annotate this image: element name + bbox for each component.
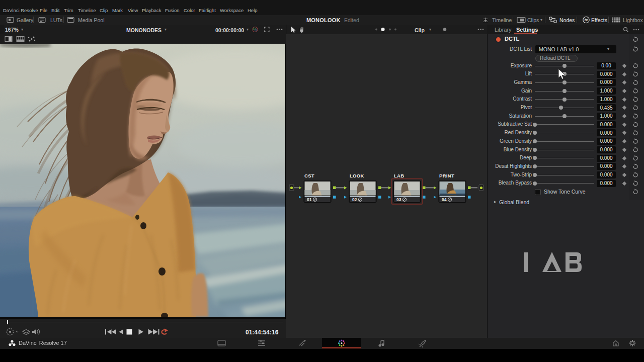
svg-text:01:44:54:16: 01:44:54:16: [246, 329, 279, 336]
svg-text:fx: fx: [585, 18, 588, 22]
svg-text:03: 03: [396, 197, 401, 202]
svg-text:LAB: LAB: [394, 173, 404, 178]
svg-text:CST: CST: [304, 173, 314, 178]
svg-text:LOOK: LOOK: [350, 173, 364, 178]
svg-text:01: 01: [307, 197, 312, 202]
svg-text:02: 02: [352, 197, 357, 202]
svg-text:PRINT: PRINT: [439, 173, 454, 178]
svg-text:04: 04: [442, 197, 447, 202]
